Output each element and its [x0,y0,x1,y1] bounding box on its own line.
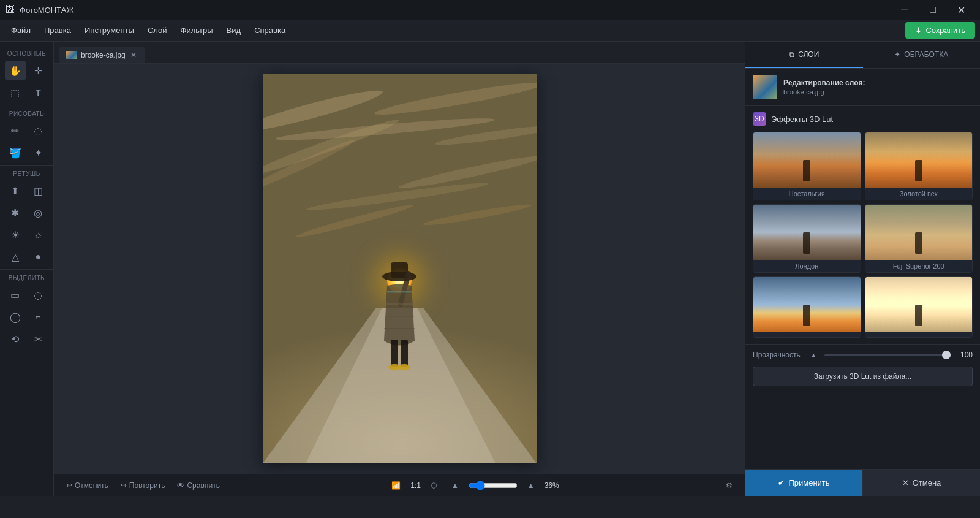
tool-row-retouch-4: △ ● [0,246,53,268]
redo-icon: ↪ [121,481,127,490]
tool-redeye[interactable]: ◎ [28,203,49,223]
cancel-label: Отмена [913,478,941,487]
tool-ellipse-select[interactable]: ◌ [28,285,49,305]
effect-card-london[interactable]: Лондон [753,204,861,273]
statusbar-right: ⚙ [721,479,737,492]
tool-magic-wand[interactable]: ⟲ [5,329,26,349]
layers-icon: ⧉ [789,50,794,59]
effect-card-fuji[interactable]: Fuji Superior 200 [865,204,973,273]
redo-button[interactable]: ↪ Повторить [116,479,170,492]
effect-label-golden: Золотой век [865,188,973,200]
effect-card-6[interactable] [865,276,973,338]
save-label: Сохранить [925,26,965,35]
tool-patch[interactable]: ◫ [28,181,49,200]
tool-stamp[interactable]: ✦ [28,143,49,162]
save-button[interactable]: ⬇ Сохранить [905,22,975,39]
menu-help[interactable]: Справка [248,23,292,37]
tool-row-draw-1: ✏ ◌ [0,120,53,142]
opacity-row: Прозрачность ▲ 100 [745,345,980,363]
menu-filters[interactable]: Фильтры [175,23,219,37]
effect-thumb-golden [865,132,973,188]
tab-processing[interactable]: ✦ ОБРАБОТКА [863,42,981,68]
tool-blur[interactable]: ● [28,247,49,267]
titlebar-controls: ─ □ ✕ [891,0,975,20]
svg-point-1 [373,78,537,120]
zoom-slider[interactable] [469,481,518,490]
figure-svg [375,255,424,390]
settings-icon[interactable]: ⚙ [721,479,737,492]
statusbar-left: ↩ Отменить ↪ Повторить 👁 Сравнить [61,479,225,492]
tool-fill[interactable]: 🪣 [5,143,26,162]
opacity-triangle: ▲ [810,351,817,359]
svg-rect-16 [401,340,408,367]
tool-brush[interactable]: ✏ [5,121,26,140]
tool-dodge[interactable]: ☀ [5,225,26,245]
svg-rect-13 [391,262,408,278]
tool-poly-lasso[interactable]: ⌐ [28,307,49,327]
layer-edit-title: Редактирование слоя: [783,78,865,87]
effect-card-golden[interactable]: Золотой век [865,132,973,200]
active-tab[interactable]: brooke-ca.jpg ✕ [59,47,145,63]
tool-scissors[interactable]: ✂ [28,329,49,349]
spacer [745,390,980,469]
tool-hand[interactable]: ✋ [5,61,26,80]
compare-button[interactable]: 👁 Сравнить [172,479,224,492]
menu-view[interactable]: Вид [221,23,247,37]
check-icon: ✔ [778,478,785,487]
tool-lasso[interactable]: ◯ [5,307,26,327]
fit-button[interactable]: ⬡ [426,479,442,492]
effect-label-5 [753,332,861,337]
tool-eraser[interactable]: ◌ [28,121,49,140]
section-label-select: ВЫДЕЛИТЬ [0,271,53,284]
menubar-items: Файл Правка Инструменты Слой Фильтры Вид… [5,23,292,37]
mini-figure-6 [915,305,922,326]
close-button[interactable]: ✕ [947,0,975,20]
tab-close-button[interactable]: ✕ [129,51,138,59]
redo-label: Повторить [129,481,165,490]
tool-healing[interactable]: ✱ [5,203,26,223]
effects-header: 3D Эффекты 3D Lut [753,112,973,126]
effect-card-5[interactable] [753,276,861,338]
minimize-button[interactable]: ─ [891,0,919,20]
compare-icon: 👁 [177,481,184,490]
tool-clone[interactable]: ⬆ [5,181,26,200]
tool-row-basic-2: ⬚ T [0,82,53,104]
menu-layer[interactable]: Слой [141,23,173,37]
effect-label-fuji: Fuji Superior 200 [865,260,973,272]
tool-rect-select[interactable]: ▭ [5,285,26,305]
undo-button[interactable]: ↩ Отменить [61,479,113,492]
menu-edit[interactable]: Правка [38,23,77,37]
zoom-in-icon[interactable]: ▲ [522,479,540,492]
tool-burn[interactable]: ☼ [28,225,49,245]
tool-move[interactable]: ✛ [28,61,49,80]
tool-crop[interactable]: ⬚ [5,83,26,102]
cancel-button[interactable]: ✕ Отмена [863,470,980,496]
mini-figure-5 [803,305,810,326]
statusbar: ↩ Отменить ↪ Повторить 👁 Сравнить 📶 1:1 … [54,474,745,496]
wifi-icon[interactable]: 📶 [386,479,405,492]
tab-layers[interactable]: ⧉ СЛОИ [745,42,863,68]
right-panel: ⧉ СЛОИ ✦ ОБРАБОТКА Редактирование слоя: … [745,42,980,496]
effect-thumb-5 [753,277,861,332]
opacity-slider[interactable] [824,354,951,356]
tool-sharpen[interactable]: △ [5,247,26,267]
save-icon: ⬇ [915,26,922,35]
menu-file[interactable]: Файл [5,23,37,37]
effect-thumb-london [753,205,861,260]
load-lut-button[interactable]: Загрузить 3D Lut из файла... [753,367,973,386]
opacity-label: Прозрачность [753,351,801,359]
tool-row-select-1: ▭ ◌ [0,284,53,306]
zoom-out-icon[interactable]: ▲ [447,479,464,492]
menu-tools[interactable]: Инструменты [78,23,140,37]
maximize-button[interactable]: □ [919,0,947,20]
undo-label: Отменить [75,481,108,490]
titlebar: 🖼 ФотоМОНТАЖ ─ □ ✕ [0,0,980,20]
effect-card-nostalgia[interactable]: Ностальгия [753,132,861,200]
zoom-display: 36% [545,481,559,490]
tool-text[interactable]: T [28,83,49,102]
layer-thumbnail [753,75,777,99]
apply-button[interactable]: ✔ Применить [745,470,863,496]
canvas-viewport[interactable] [54,64,745,474]
effects-title: Эффекты 3D Lut [771,115,833,124]
tool-row-select-3: ⟲ ✂ [0,328,53,350]
